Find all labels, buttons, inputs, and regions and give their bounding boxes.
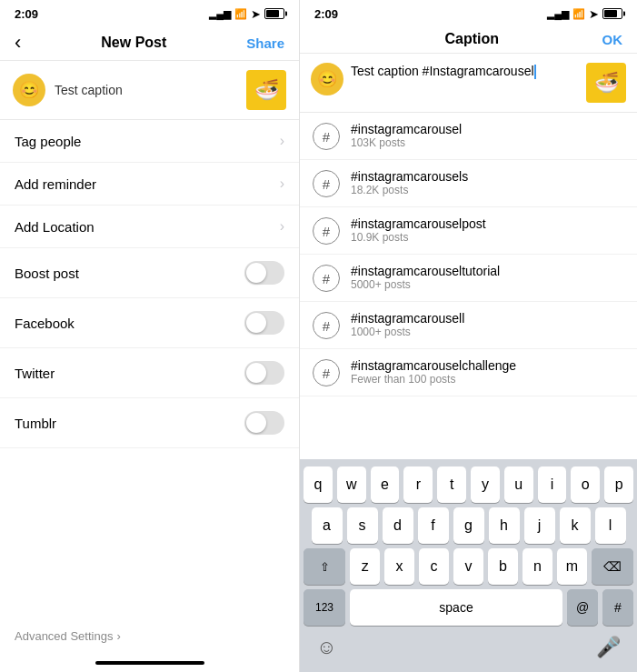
key-t[interactable]: t [437,466,466,503]
menu-item-twitter: Twitter [0,348,299,398]
menu-item-facebook: Facebook [0,298,299,348]
right-thumbnail [586,63,626,103]
hash-icon-5: # [313,359,340,386]
key-delete[interactable]: ⌫ [592,548,633,585]
hashtag-item-3[interactable]: # #instagramcarouseltutorial 5000+ posts [300,255,637,302]
menu-list: Tag people › Add reminder › Add Location… [0,120,299,618]
key-hash[interactable]: # [602,589,633,626]
left-status-bar: 2:09 ▂▄▆ 📶 ➤ [0,0,299,25]
menu-item-add-location[interactable]: Add Location › [0,206,299,248]
hashtag-name-0: #instagramcarousel [351,122,462,136]
left-panel: 2:09 ▂▄▆ 📶 ➤ ‹ New Post Share 😊 Test cap… [0,0,300,672]
left-caption-row: 😊 Test caption [0,61,299,120]
back-button[interactable]: ‹ [15,31,21,55]
key-o[interactable]: o [571,466,600,503]
hashtag-name-1: #instagramcarousels [351,169,468,184]
menu-item-boost-post: Boost post [0,248,299,298]
caption-input-value: Test caption #Instagramcarousel [351,64,534,78]
keyboard: q w e r t y u i o p a s d f g h j k l ⇧ … [300,459,637,672]
keyboard-row-1: q w e r t y u i o p [304,466,633,503]
key-at[interactable]: @ [567,589,598,626]
hashtag-name-4: #instagramcarousell [351,311,464,326]
keyboard-row-3: ⇧ z x c v b n m ⌫ [304,548,633,585]
key-i[interactable]: i [538,466,567,503]
menu-item-add-reminder[interactable]: Add reminder › [0,163,299,206]
location-icon: ➤ [251,7,261,21]
hashtag-item-4[interactable]: # #instagramcarousell 1000+ posts [300,302,637,349]
hashtag-info-4: #instagramcarousell 1000+ posts [351,311,464,338]
key-x[interactable]: x [384,548,414,585]
key-w[interactable]: w [337,466,366,503]
left-home-bar [0,654,299,672]
key-a[interactable]: a [312,507,343,544]
hashtag-info-5: #instagramcarouselchallenge Fewer than 1… [351,358,516,386]
key-f[interactable]: f [418,507,449,544]
share-button[interactable]: Share [246,35,284,51]
wifi-icon: 📶 [234,8,247,20]
tumblr-toggle[interactable] [244,411,284,435]
boost-post-label: Boost post [15,266,79,281]
advanced-settings-link[interactable]: Advanced Settings › [0,618,299,654]
hash-icon-0: # [313,123,340,150]
key-space[interactable]: space [350,589,562,626]
key-n[interactable]: n [523,548,552,585]
key-q[interactable]: q [304,466,333,503]
emoji-key[interactable]: ☺ [309,632,343,663]
tag-people-chevron: › [280,133,284,149]
hashtag-item-1[interactable]: # #instagramcarousels 18.2K posts [300,160,637,207]
right-location-icon: ➤ [589,7,599,21]
twitter-toggle[interactable] [244,361,284,385]
key-shift[interactable]: ⇧ [304,548,345,585]
hashtag-item-5[interactable]: # #instagramcarouselchallenge Fewer than… [300,349,637,396]
hashtag-suggestion-list: # #instagramcarousel 103K posts # #insta… [300,113,637,459]
key-r[interactable]: r [403,466,433,503]
ok-button[interactable]: OK [602,32,622,47]
right-time: 2:09 [314,7,338,21]
key-j[interactable]: j [524,507,555,544]
key-c[interactable]: c [419,548,449,585]
key-l[interactable]: l [595,507,626,544]
boost-post-toggle[interactable] [244,261,284,285]
key-123[interactable]: 123 [304,589,345,626]
key-s[interactable]: s [347,507,378,544]
signal-icon: ▂▄▆ [209,8,231,20]
key-b[interactable]: b [488,548,518,585]
add-location-chevron: › [280,218,284,235]
right-avatar: 😊 [311,63,343,95]
right-wifi-icon: 📶 [572,8,585,20]
left-thumbnail [246,70,286,110]
right-panel: 2:09 ▂▄▆ 📶 ➤ Caption OK 😊 Test caption #… [300,0,637,672]
caption-input-field[interactable]: Test caption #Instagramcarousel [351,63,579,81]
key-g[interactable]: g [453,507,484,544]
mic-key[interactable]: 🎤 [589,632,628,663]
advanced-settings-chevron: › [116,629,120,643]
hashtag-item-0[interactable]: # #instagramcarousel 103K posts [300,113,637,160]
hashtag-item-2[interactable]: # #instagramcarouselpost 10.9K posts [300,207,637,255]
left-caption-text[interactable]: Test caption [55,83,237,97]
hashtag-count-2: 10.9K posts [351,231,486,244]
key-u[interactable]: u [504,466,533,503]
key-m[interactable]: m [557,548,587,585]
right-signal-icon: ▂▄▆ [547,8,569,20]
text-cursor [534,65,536,79]
key-z[interactable]: z [350,548,380,585]
hashtag-name-3: #instagramcarouseltutorial [351,264,500,278]
key-e[interactable]: e [371,466,400,503]
hashtag-info-2: #instagramcarouselpost 10.9K posts [351,216,486,244]
menu-item-tag-people[interactable]: Tag people › [0,120,299,163]
hash-icon-2: # [313,217,340,245]
hashtag-count-5: Fewer than 100 posts [351,373,516,386]
key-v[interactable]: v [453,548,483,585]
right-battery-icon [602,8,622,19]
key-p[interactable]: p [604,466,633,503]
key-y[interactable]: y [471,466,500,503]
hashtag-info-3: #instagramcarouseltutorial 5000+ posts [351,264,500,291]
key-h[interactable]: h [489,507,520,544]
facebook-toggle[interactable] [244,311,284,335]
key-d[interactable]: d [383,507,413,544]
keyboard-row-2: a s d f g h j k l [304,507,633,544]
caption-nav-title: Caption [444,31,499,47]
hashtag-count-3: 5000+ posts [351,278,500,291]
key-k[interactable]: k [560,507,591,544]
tumblr-label: Tumblr [15,416,56,431]
